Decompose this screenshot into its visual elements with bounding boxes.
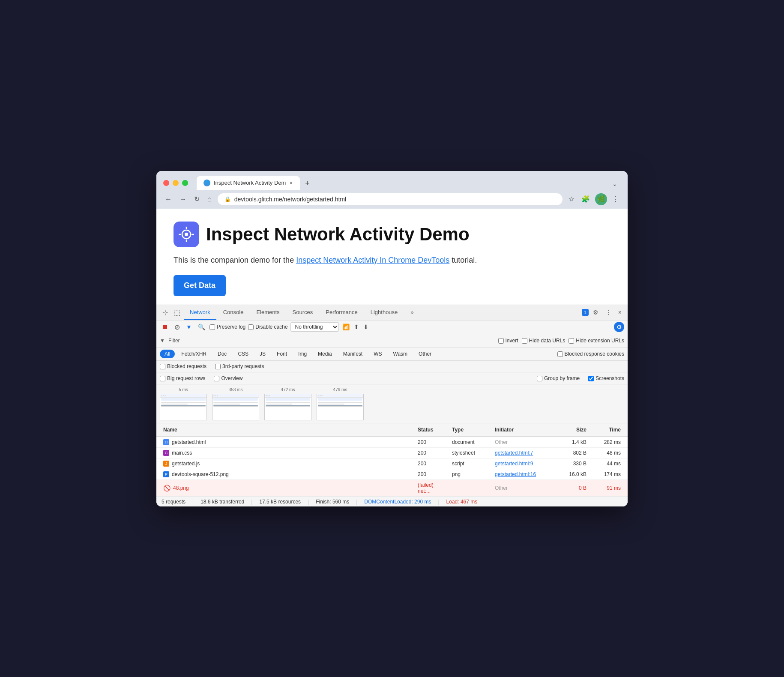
home-button[interactable]: ⌂ bbox=[206, 194, 213, 205]
status-requests: 5 requests bbox=[162, 499, 186, 505]
reload-button[interactable]: ↻ bbox=[192, 193, 201, 205]
td-time-1: 282 ms bbox=[590, 437, 624, 447]
tab-performance[interactable]: Performance bbox=[320, 305, 363, 320]
css-icon: C bbox=[163, 450, 169, 456]
new-tab-button[interactable]: + bbox=[302, 178, 314, 190]
table-header: Name Status Type Initiator Size Time bbox=[156, 423, 628, 437]
tab-lighthouse[interactable]: Lighthouse bbox=[365, 305, 404, 320]
type-filter-fetch-xhr[interactable]: Fetch/XHR bbox=[177, 350, 211, 358]
type-filter-font[interactable]: Font bbox=[272, 350, 292, 358]
page-title: Inspect Network Activity Demo bbox=[206, 224, 470, 245]
bookmark-button[interactable]: ☆ bbox=[567, 193, 576, 205]
minimize-button[interactable] bbox=[173, 180, 179, 186]
initiator-link-3[interactable]: getstarted.html:9 bbox=[495, 461, 533, 467]
tab-close-button[interactable]: × bbox=[289, 180, 293, 186]
screenshots-checkbox[interactable]: Screenshots bbox=[588, 375, 624, 381]
type-filter-doc[interactable]: Doc bbox=[213, 350, 231, 358]
screenshot-4-label: 479 ms bbox=[317, 387, 364, 392]
search-button[interactable]: 🔍 bbox=[196, 323, 207, 331]
tab-more[interactable]: » bbox=[404, 305, 419, 320]
preserve-log-checkbox[interactable]: Preserve log bbox=[209, 324, 245, 330]
td-type-1: document bbox=[449, 437, 491, 447]
overview-checkbox[interactable]: Overview bbox=[214, 375, 242, 381]
td-initiator-2: getstarted.html:7 bbox=[491, 448, 556, 458]
blocked-requests-checkbox[interactable]: Blocked requests bbox=[160, 363, 206, 369]
td-status-2: 200 bbox=[414, 448, 449, 458]
nav-actions: ☆ 🧩 🌿 ⋮ bbox=[567, 193, 621, 205]
blocked-cookies-checkbox[interactable]: Blocked response cookies bbox=[557, 351, 624, 357]
td-size-4: 16.0 kB bbox=[556, 469, 590, 479]
filter-row: ▼ Filter Invert Hide data URLs Hide exte… bbox=[156, 334, 628, 348]
type-filter-manifest[interactable]: Manifest bbox=[338, 350, 367, 358]
png-icon: P bbox=[163, 471, 169, 477]
upload-icon: ⬆ bbox=[353, 323, 360, 331]
devtools-cursor-icon[interactable]: ⊹ bbox=[160, 307, 171, 318]
page-header: Inspect Network Activity Demo bbox=[174, 222, 610, 247]
menu-button[interactable]: ⋮ bbox=[610, 193, 621, 205]
th-type: Type bbox=[449, 425, 491, 434]
table-row-error[interactable]: 🚫 48.png (failed) net:... Other 0 B 91 m… bbox=[156, 480, 628, 497]
screenshot-4: 479 ms bbox=[317, 387, 364, 420]
profile-avatar[interactable]: 🌿 bbox=[595, 193, 607, 205]
type-filter-other[interactable]: Other bbox=[414, 350, 436, 358]
maximize-button[interactable] bbox=[182, 180, 188, 186]
td-time-4: 174 ms bbox=[590, 469, 624, 479]
close-button[interactable] bbox=[163, 180, 169, 186]
devtools-inspect-icon[interactable]: ⬚ bbox=[171, 307, 183, 318]
td-status-5: (failed) net:... bbox=[414, 480, 449, 496]
stop-recording-button[interactable]: ⏹ bbox=[160, 322, 170, 332]
url-display: devtools.glitch.me/network/getstarted.ht… bbox=[234, 196, 556, 203]
type-filter-ws[interactable]: WS bbox=[369, 350, 386, 358]
clear-button[interactable]: ⊘ bbox=[173, 322, 182, 332]
throttle-select[interactable]: No throttling bbox=[290, 322, 339, 332]
forward-button[interactable]: → bbox=[178, 194, 188, 205]
table-row[interactable]: C main.css 200 stylesheet getstarted.htm… bbox=[156, 448, 628, 458]
big-rows-checkbox[interactable]: Big request rows bbox=[160, 375, 205, 381]
screenshot-1-thumb[interactable] bbox=[160, 394, 207, 420]
td-name-4: P devtools-square-512.png bbox=[160, 469, 414, 479]
type-filter-css[interactable]: CSS bbox=[233, 350, 253, 358]
desc-link[interactable]: Inspect Network Activity In Chrome DevTo… bbox=[296, 256, 449, 264]
devtools-more-button[interactable]: ⋮ bbox=[603, 307, 614, 318]
active-tab[interactable]: 🌐 Inspect Network Activity Dem × bbox=[197, 176, 300, 190]
table-row[interactable]: J getstarted.js 200 script getstarted.ht… bbox=[156, 458, 628, 469]
third-party-checkbox[interactable]: 3rd-party requests bbox=[215, 363, 264, 369]
tab-network[interactable]: Network bbox=[184, 305, 216, 320]
initiator-link-4[interactable]: getstarted.html:16 bbox=[495, 471, 536, 477]
screenshot-2: 353 ms bbox=[212, 387, 259, 420]
td-name-3: J getstarted.js bbox=[160, 458, 414, 469]
tab-dropdown-button[interactable]: ⌄ bbox=[609, 178, 621, 190]
initiator-link-2[interactable]: getstarted.html:7 bbox=[495, 450, 533, 456]
address-bar[interactable]: 🔒 devtools.glitch.me/network/getstarted.… bbox=[218, 193, 563, 205]
screenshot-2-thumb[interactable] bbox=[212, 394, 259, 420]
table-row[interactable]: P devtools-square-512.png 200 png getsta… bbox=[156, 469, 628, 480]
get-data-button[interactable]: Get Data bbox=[174, 275, 226, 296]
tab-console[interactable]: Console bbox=[217, 305, 250, 320]
back-button[interactable]: ← bbox=[163, 194, 174, 205]
type-filter-wasm[interactable]: Wasm bbox=[389, 350, 413, 358]
filter-button[interactable]: ▼ bbox=[184, 323, 194, 331]
devtools-settings-button[interactable]: ⚙ bbox=[590, 307, 601, 318]
tab-sources[interactable]: Sources bbox=[287, 305, 319, 320]
td-time-3: 44 ms bbox=[590, 458, 624, 469]
type-filter-img[interactable]: Img bbox=[293, 350, 311, 358]
page-content: Inspect Network Activity Demo This is th… bbox=[156, 209, 628, 305]
tab-elements[interactable]: Elements bbox=[250, 305, 285, 320]
type-filter-media[interactable]: Media bbox=[313, 350, 337, 358]
extensions-button[interactable]: 🧩 bbox=[580, 193, 592, 205]
status-load: Load: 467 ms bbox=[446, 499, 478, 505]
console-badge: 1 bbox=[582, 309, 589, 316]
type-filter-all[interactable]: All bbox=[160, 350, 175, 358]
hide-data-urls-checkbox[interactable]: Hide data URLs bbox=[522, 338, 566, 344]
devtools-close-button[interactable]: × bbox=[616, 307, 624, 318]
type-filter-js[interactable]: JS bbox=[255, 350, 270, 358]
screenshot-4-thumb[interactable] bbox=[317, 394, 364, 420]
options-row-1: Blocked requests 3rd-party requests bbox=[156, 361, 628, 373]
invert-checkbox[interactable]: Invert bbox=[498, 338, 518, 344]
screenshot-3-thumb[interactable] bbox=[264, 394, 311, 420]
group-by-frame-checkbox[interactable]: Group by frame bbox=[537, 375, 580, 381]
disable-cache-checkbox[interactable]: Disable cache bbox=[248, 324, 287, 330]
network-settings-button[interactable]: ⚙ bbox=[614, 322, 624, 332]
hide-ext-urls-checkbox[interactable]: Hide extension URLs bbox=[569, 338, 624, 344]
table-row[interactable]: H getstarted.html 200 document Other 1.4… bbox=[156, 437, 628, 448]
